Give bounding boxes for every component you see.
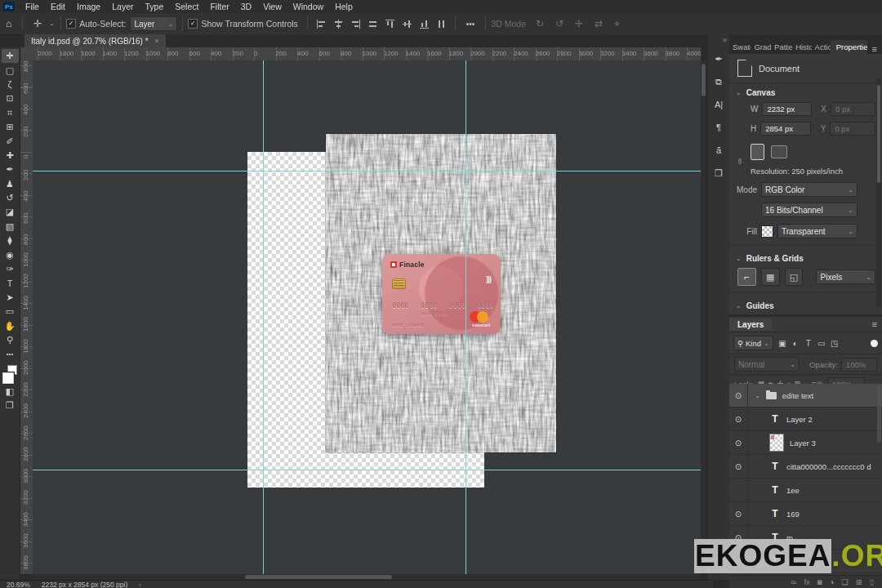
layer-row-citta000000-ccccccc0-d[interactable]: ⊙Tcitta000000...ccccccc0 d xyxy=(729,455,882,479)
history-brush-tool[interactable]: ↺ xyxy=(2,191,19,205)
distribute-bottom-edges-icon[interactable] xyxy=(420,19,429,29)
eraser-tool[interactable]: ◪ xyxy=(2,205,19,219)
adjustment-fill-icon[interactable]: ◑ xyxy=(830,577,835,586)
layer-mask-icon[interactable]: ◙ xyxy=(817,577,822,586)
canvas-viewport[interactable]: Finacle ))) 0000000000000000 0000 00/00 … xyxy=(33,60,701,574)
layer-row-layer-3[interactable]: ⊙Layer 3 xyxy=(729,431,882,455)
zoom-level[interactable]: 20.69% xyxy=(7,581,30,588)
guide-horizontal-2[interactable] xyxy=(33,470,701,470)
distribute-top-edges-icon[interactable] xyxy=(385,19,394,29)
layers-tab[interactable]: Layers xyxy=(729,318,772,331)
tab-properties[interactable]: Properties xyxy=(831,40,867,54)
dodge-tool[interactable]: ◉ xyxy=(2,247,19,261)
tab-patter[interactable]: Patter xyxy=(771,40,792,54)
fill-swatch[interactable] xyxy=(761,225,773,238)
group-expand-icon[interactable]: ⌄ xyxy=(755,392,760,399)
panel-menu-icon[interactable]: ≡ xyxy=(867,319,882,329)
layer-visibility-toggle[interactable]: ⊙ xyxy=(729,502,748,525)
new-layer-icon[interactable]: ⊞ xyxy=(856,577,862,586)
tab-gradi[interactable]: Gradi xyxy=(751,40,771,54)
paragraph-panel-icon[interactable]: ¶ xyxy=(709,118,728,137)
expand-panels-icon[interactable]: » xyxy=(723,36,727,44)
document-tab[interactable]: Italy id.psd @ 20.7% (RGB/16) * × xyxy=(24,34,166,47)
distribute-vertical-centers-icon[interactable] xyxy=(403,19,412,29)
lasso-tool[interactable]: ζ xyxy=(2,78,19,91)
canvas-vertical-scrollbar[interactable] xyxy=(701,60,706,574)
show-transform-checkbox[interactable]: ✓ xyxy=(188,19,198,29)
more-options-icon[interactable]: ••• xyxy=(461,20,481,29)
menu-select[interactable]: Select xyxy=(169,1,204,12)
blur-tool[interactable]: ⧫ xyxy=(2,234,19,247)
libraries-panel-icon[interactable]: ❒ xyxy=(709,163,728,183)
type-layer-filter-icon[interactable]: T xyxy=(802,336,815,350)
canvas-x-field[interactable]: 0 px xyxy=(831,102,875,116)
character-panel-icon[interactable]: A| xyxy=(709,95,728,114)
align-justify-icon[interactable] xyxy=(368,20,378,29)
new-group-icon[interactable]: ❏ xyxy=(841,577,849,586)
layer-visibility-toggle[interactable]: ⊙ xyxy=(729,455,748,478)
clone-source-panel-icon[interactable]: ⧉ xyxy=(709,72,728,91)
layer-style-icon[interactable]: fx xyxy=(804,577,809,586)
edit-toolbar-icon[interactable]: ••• xyxy=(2,347,19,361)
guide-vertical-2[interactable] xyxy=(466,60,466,574)
screen-mode-icon[interactable]: ❐ xyxy=(2,399,19,412)
frame-tool[interactable]: ⊞ xyxy=(2,120,19,134)
layer-visibility-toggle[interactable]: ⊙ xyxy=(729,408,748,430)
status-caret-icon[interactable]: › xyxy=(139,582,140,588)
menu-help[interactable]: Help xyxy=(329,1,359,12)
link-layers-icon[interactable]: ∞ xyxy=(791,577,797,586)
rectangular-marquee-tool[interactable]: ▢ xyxy=(2,63,19,77)
canvas-horizontal-scrollbar[interactable] xyxy=(33,574,701,580)
tab-histo[interactable]: Histo xyxy=(792,40,811,54)
glyphs-panel-icon[interactable]: ã xyxy=(709,140,728,160)
toggle-grid-button[interactable]: ▦ xyxy=(761,268,780,286)
zoom-tool[interactable]: ⚲ xyxy=(2,333,19,347)
align-horizontal-centers-icon[interactable] xyxy=(333,20,344,29)
layers-scrollbar[interactable] xyxy=(877,385,881,443)
rectangle-shape-tool[interactable]: ▭ xyxy=(2,305,19,318)
layer-visibility-toggle[interactable]: ⊙ xyxy=(729,384,748,407)
hand-tool[interactable]: ✋ xyxy=(2,318,19,332)
smart-object-filter-icon[interactable]: ◳ xyxy=(828,336,841,350)
delete-layer-icon[interactable]: ▯ xyxy=(870,577,874,586)
layer-row-layer-2[interactable]: ⊙TLayer 2 xyxy=(729,408,882,431)
brush-tool[interactable]: ✒ xyxy=(2,163,19,176)
orbit-3d-camera-icon[interactable]: ↻ xyxy=(530,18,550,29)
eyedropper-tool[interactable]: ✐ xyxy=(2,134,19,148)
layer-visibility-toggle[interactable] xyxy=(729,479,748,501)
roll-3d-camera-icon[interactable]: ↺ xyxy=(550,18,569,29)
section-canvas[interactable]: ⌄ Canvas xyxy=(729,83,882,100)
kind-filter-dropdown[interactable]: ⚲ Kind ⌄ xyxy=(733,336,773,350)
tab-actio[interactable]: Actio xyxy=(812,40,831,54)
menu-type[interactable]: Type xyxy=(139,1,169,12)
clone-stamp-tool[interactable]: ♟ xyxy=(2,177,19,191)
vertical-ruler[interactable]: 8006004002000200400600800100012001400160… xyxy=(20,60,33,574)
align-left-edges-icon[interactable] xyxy=(316,20,327,29)
filter-toggle[interactable] xyxy=(871,340,878,347)
path-selection-tool[interactable]: ➤ xyxy=(2,291,19,305)
drag-3d-camera-icon[interactable]: ✛ xyxy=(569,18,589,29)
section-rulers-grids[interactable]: ⌄ Rulers & Grids xyxy=(729,249,882,266)
guide-horizontal-1[interactable] xyxy=(33,171,701,172)
move-tool[interactable]: ✛ xyxy=(2,49,19,63)
canvas-y-field[interactable]: 0 px xyxy=(830,122,875,136)
opacity-field[interactable]: 100% xyxy=(841,358,877,372)
layer-row-edite-text[interactable]: ⊙⌄edite text xyxy=(729,384,882,408)
menu-window[interactable]: Window xyxy=(287,1,329,12)
distribute-justify-icon[interactable] xyxy=(437,19,446,29)
menu-image[interactable]: Image xyxy=(71,1,106,12)
landscape-orientation-button[interactable] xyxy=(771,145,787,158)
layer-row-1ee[interactable]: T1ee xyxy=(729,479,882,502)
pen-tool[interactable]: ✑ xyxy=(2,262,19,276)
toggle-rulers-button[interactable]: ⌐ xyxy=(737,268,756,286)
units-dropdown[interactable]: Pixels⌄ xyxy=(816,270,875,284)
zoom-3d-camera-icon[interactable]: ⌖ xyxy=(608,18,626,29)
align-right-edges-icon[interactable] xyxy=(350,20,361,29)
link-dimensions-icon[interactable]: ∞ xyxy=(736,158,745,164)
object-selection-tool[interactable]: ⊡ xyxy=(2,91,19,105)
auto-select-checkbox[interactable]: ✓ xyxy=(66,19,76,29)
gradient-tool[interactable]: ▧ xyxy=(2,220,19,234)
bit-depth-dropdown[interactable]: 16 Bits/Channel⌄ xyxy=(761,203,858,217)
home-icon[interactable]: ⌂ xyxy=(0,18,17,29)
panel-menu-icon[interactable]: ≡ xyxy=(867,44,882,54)
